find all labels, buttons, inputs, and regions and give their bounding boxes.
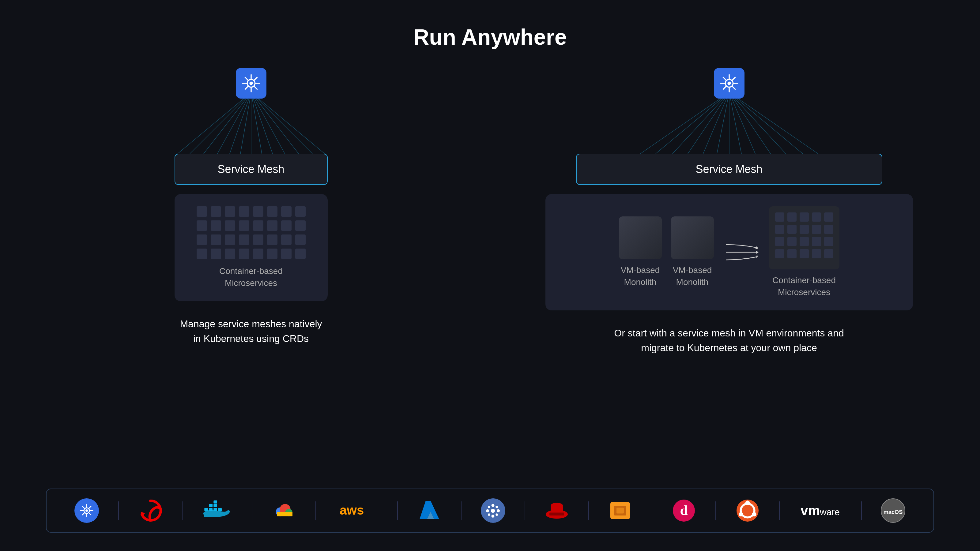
grid-square bbox=[281, 221, 291, 231]
grid-square bbox=[812, 237, 821, 246]
svg-point-80 bbox=[496, 506, 498, 508]
logo-divider bbox=[715, 502, 716, 520]
logo-divider bbox=[397, 502, 398, 520]
logo-divider bbox=[461, 502, 461, 520]
grid-square bbox=[253, 249, 263, 259]
svg-line-44 bbox=[732, 77, 735, 81]
svg-point-82 bbox=[496, 513, 498, 516]
grid-square bbox=[295, 235, 305, 245]
logo-gcp bbox=[272, 499, 296, 523]
left-k8s-section bbox=[159, 68, 343, 154]
svg-point-86 bbox=[550, 503, 563, 508]
right-panel: Service Mesh VM-basedMonolith VM-basedMo… bbox=[509, 68, 950, 355]
svg-point-49 bbox=[86, 510, 88, 512]
grid-square bbox=[197, 235, 207, 245]
svg-line-23 bbox=[640, 92, 729, 154]
svg-line-55 bbox=[83, 506, 85, 509]
right-microservices-grid bbox=[775, 213, 833, 258]
logo-kubernetes bbox=[75, 499, 99, 523]
svg-rect-89 bbox=[616, 508, 624, 513]
svg-line-2 bbox=[204, 92, 251, 154]
grid-square bbox=[812, 213, 821, 222]
svg-point-75 bbox=[492, 503, 495, 507]
logo-divider bbox=[779, 502, 780, 520]
grid-square bbox=[800, 237, 809, 246]
right-k8s-icon bbox=[714, 68, 745, 98]
svg-line-43 bbox=[732, 86, 735, 89]
vm-box-1: VM-basedMonolith bbox=[619, 216, 662, 288]
left-panel: Service Mesh bbox=[30, 68, 471, 346]
openshift-logo bbox=[138, 499, 162, 523]
grid-square bbox=[211, 221, 221, 231]
left-container-card: Container-basedMicroservices bbox=[175, 194, 328, 301]
grid-square bbox=[281, 206, 291, 217]
right-service-mesh-label: Service Mesh bbox=[695, 163, 762, 175]
grid-square bbox=[800, 249, 809, 258]
logo-divider bbox=[252, 502, 252, 520]
grid-square bbox=[812, 225, 821, 234]
svg-text:ware: ware bbox=[819, 507, 840, 517]
svg-line-22 bbox=[245, 86, 248, 89]
svg-point-77 bbox=[486, 509, 489, 512]
grid-square bbox=[225, 206, 235, 217]
logo-vmware: vm ware bbox=[799, 503, 842, 518]
grid-square bbox=[824, 225, 833, 234]
redhat-logo bbox=[544, 499, 569, 523]
logo-openshift bbox=[138, 499, 162, 523]
grid-square bbox=[239, 249, 249, 259]
grid-square bbox=[267, 221, 277, 231]
grid-square bbox=[788, 213, 797, 222]
svg-rect-71 bbox=[277, 512, 292, 516]
grid-square bbox=[197, 221, 207, 231]
grid-square bbox=[253, 221, 263, 231]
svg-point-79 bbox=[488, 506, 490, 508]
box-logo bbox=[608, 499, 632, 523]
svg-rect-85 bbox=[549, 513, 564, 516]
grid-square bbox=[225, 249, 235, 259]
grid-square bbox=[253, 235, 263, 245]
istio-logo bbox=[481, 499, 505, 523]
logo-azure bbox=[417, 499, 442, 523]
right-container-box: Container-basedMicroservices bbox=[769, 206, 840, 298]
main-content: Service Mesh bbox=[30, 68, 950, 489]
svg-line-0 bbox=[178, 92, 251, 154]
grid-square bbox=[800, 225, 809, 234]
left-service-mesh-box: Service Mesh bbox=[175, 154, 328, 185]
ubuntu-logo bbox=[735, 499, 760, 523]
grid-square bbox=[295, 206, 305, 217]
svg-line-45 bbox=[723, 86, 726, 89]
aws-logo: aws bbox=[335, 503, 378, 518]
left-microservices-grid bbox=[197, 206, 305, 259]
logo-macos: macOS bbox=[881, 499, 905, 523]
grid-square bbox=[295, 249, 305, 259]
svg-rect-65 bbox=[209, 504, 213, 507]
svg-point-96 bbox=[739, 512, 743, 516]
logo-divider bbox=[861, 502, 862, 520]
left-description: Manage service meshes nativelyin Kuberne… bbox=[180, 316, 322, 346]
vmware-logo: vm ware bbox=[799, 503, 842, 518]
grid-square bbox=[267, 206, 277, 217]
grid-square bbox=[824, 249, 833, 258]
grid-square bbox=[225, 235, 235, 245]
vm-square-2 bbox=[671, 216, 714, 259]
svg-point-95 bbox=[752, 512, 756, 516]
logo-redhat bbox=[544, 499, 569, 523]
kubernetes-logo bbox=[75, 499, 99, 523]
left-service-mesh-label: Service Mesh bbox=[218, 163, 284, 175]
grid-square bbox=[267, 235, 277, 245]
grid-square bbox=[775, 213, 784, 222]
svg-point-13 bbox=[249, 81, 253, 85]
docker-logo bbox=[202, 500, 232, 521]
vm-box-2: VM-basedMonolith bbox=[671, 216, 714, 288]
logo-ubuntu bbox=[735, 499, 760, 523]
grid-square bbox=[211, 235, 221, 245]
svg-line-42 bbox=[723, 77, 726, 81]
svg-line-12 bbox=[251, 92, 325, 154]
grid-square bbox=[788, 225, 797, 234]
grid-square bbox=[211, 206, 221, 217]
logo-docker bbox=[202, 500, 232, 521]
grid-square bbox=[295, 221, 305, 231]
svg-line-25 bbox=[673, 92, 729, 154]
grid-square bbox=[197, 249, 207, 259]
vm-label-2: VM-basedMonolith bbox=[673, 264, 712, 288]
